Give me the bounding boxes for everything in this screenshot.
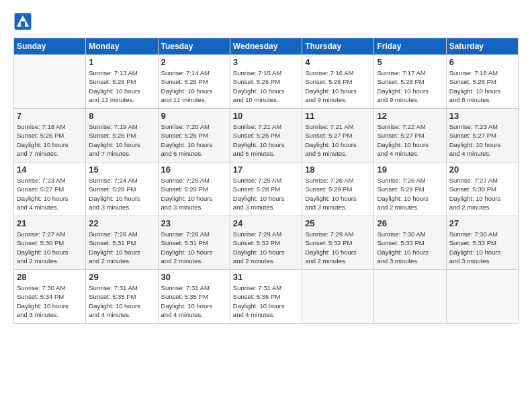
day-info: Sunrise: 7:18 AM Sunset: 5:26 PM Dayligh…: [449, 68, 515, 104]
day-cell: 13Sunrise: 7:23 AM Sunset: 5:27 PM Dayli…: [446, 109, 518, 163]
day-number: 23: [161, 218, 227, 228]
day-cell: 12Sunrise: 7:22 AM Sunset: 5:27 PM Dayli…: [374, 109, 446, 163]
day-cell: 30Sunrise: 7:31 AM Sunset: 5:35 PM Dayli…: [158, 270, 230, 324]
day-number: 2: [161, 57, 227, 67]
day-number: 7: [17, 111, 83, 121]
day-info: Sunrise: 7:25 AM Sunset: 5:28 PM Dayligh…: [233, 176, 299, 212]
day-cell: 25Sunrise: 7:29 AM Sunset: 5:32 PM Dayli…: [302, 216, 374, 270]
col-header-wednesday: Wednesday: [230, 38, 302, 55]
day-cell: [374, 270, 446, 324]
day-number: 16: [161, 165, 227, 175]
col-header-sunday: Sunday: [14, 38, 86, 55]
day-info: Sunrise: 7:24 AM Sunset: 5:28 PM Dayligh…: [89, 176, 154, 212]
day-cell: 15Sunrise: 7:24 AM Sunset: 5:28 PM Dayli…: [86, 163, 158, 216]
week-row-3: 14Sunrise: 7:23 AM Sunset: 5:27 PM Dayli…: [14, 163, 519, 216]
week-row-1: 1Sunrise: 7:13 AM Sunset: 5:26 PM Daylig…: [14, 55, 519, 109]
day-number: 25: [305, 218, 371, 228]
day-cell: 4Sunrise: 7:16 AM Sunset: 5:26 PM Daylig…: [302, 55, 374, 109]
logo: [13, 12, 35, 31]
col-header-friday: Friday: [374, 38, 446, 55]
day-info: Sunrise: 7:30 AM Sunset: 5:34 PM Dayligh…: [17, 283, 83, 319]
day-info: Sunrise: 7:27 AM Sunset: 5:30 PM Dayligh…: [449, 176, 515, 212]
day-number: 8: [89, 111, 154, 121]
day-number: 26: [377, 218, 443, 228]
day-cell: 29Sunrise: 7:31 AM Sunset: 5:35 PM Dayli…: [86, 270, 158, 324]
day-info: Sunrise: 7:29 AM Sunset: 5:32 PM Dayligh…: [233, 230, 299, 265]
logo-icon: [13, 12, 32, 31]
day-cell: 9Sunrise: 7:20 AM Sunset: 5:26 PM Daylig…: [158, 109, 230, 163]
day-info: Sunrise: 7:20 AM Sunset: 5:26 PM Dayligh…: [161, 122, 227, 158]
day-info: Sunrise: 7:28 AM Sunset: 5:31 PM Dayligh…: [161, 230, 227, 265]
day-number: 10: [233, 111, 299, 121]
header-row: SundayMondayTuesdayWednesdayThursdayFrid…: [14, 38, 519, 55]
day-info: Sunrise: 7:14 AM Sunset: 5:26 PM Dayligh…: [161, 68, 227, 104]
day-cell: 17Sunrise: 7:25 AM Sunset: 5:28 PM Dayli…: [230, 163, 302, 216]
day-cell: 27Sunrise: 7:30 AM Sunset: 5:33 PM Dayli…: [446, 216, 518, 270]
day-cell: 21Sunrise: 7:27 AM Sunset: 5:30 PM Dayli…: [14, 216, 86, 270]
day-info: Sunrise: 7:26 AM Sunset: 5:29 PM Dayligh…: [305, 176, 371, 212]
day-cell: 28Sunrise: 7:30 AM Sunset: 5:34 PM Dayli…: [14, 270, 86, 324]
svg-rect-2: [21, 21, 25, 27]
day-cell: 5Sunrise: 7:17 AM Sunset: 5:26 PM Daylig…: [374, 55, 446, 109]
day-info: Sunrise: 7:27 AM Sunset: 5:30 PM Dayligh…: [17, 230, 83, 265]
day-cell: 24Sunrise: 7:29 AM Sunset: 5:32 PM Dayli…: [230, 216, 302, 270]
day-cell: 8Sunrise: 7:19 AM Sunset: 5:26 PM Daylig…: [86, 109, 158, 163]
day-number: 30: [161, 272, 227, 282]
day-number: 1: [89, 57, 154, 67]
day-number: 14: [17, 165, 83, 175]
day-number: 24: [233, 218, 299, 228]
col-header-thursday: Thursday: [302, 38, 374, 55]
col-header-tuesday: Tuesday: [158, 38, 230, 55]
day-number: 3: [233, 57, 299, 67]
day-info: Sunrise: 7:13 AM Sunset: 5:26 PM Dayligh…: [89, 68, 154, 104]
day-cell: 16Sunrise: 7:25 AM Sunset: 5:28 PM Dayli…: [158, 163, 230, 216]
day-info: Sunrise: 7:31 AM Sunset: 5:36 PM Dayligh…: [233, 283, 299, 319]
day-number: 27: [449, 218, 515, 228]
day-info: Sunrise: 7:25 AM Sunset: 5:28 PM Dayligh…: [161, 176, 227, 212]
day-info: Sunrise: 7:23 AM Sunset: 5:27 PM Dayligh…: [17, 176, 83, 212]
day-info: Sunrise: 7:17 AM Sunset: 5:26 PM Dayligh…: [377, 68, 443, 104]
day-cell: [446, 270, 518, 324]
day-info: Sunrise: 7:22 AM Sunset: 5:27 PM Dayligh…: [377, 122, 443, 158]
day-cell: 26Sunrise: 7:30 AM Sunset: 5:33 PM Dayli…: [374, 216, 446, 270]
day-info: Sunrise: 7:30 AM Sunset: 5:33 PM Dayligh…: [377, 230, 443, 265]
day-number: 21: [17, 218, 83, 228]
day-cell: 11Sunrise: 7:21 AM Sunset: 5:27 PM Dayli…: [302, 109, 374, 163]
day-cell: 31Sunrise: 7:31 AM Sunset: 5:36 PM Dayli…: [230, 270, 302, 324]
day-number: 31: [233, 272, 299, 282]
day-number: 19: [377, 165, 443, 175]
calendar-table: SundayMondayTuesdayWednesdayThursdayFrid…: [13, 38, 519, 324]
day-cell: 22Sunrise: 7:28 AM Sunset: 5:31 PM Dayli…: [86, 216, 158, 270]
day-info: Sunrise: 7:26 AM Sunset: 5:29 PM Dayligh…: [377, 176, 443, 212]
day-cell: 23Sunrise: 7:28 AM Sunset: 5:31 PM Dayli…: [158, 216, 230, 270]
week-row-5: 28Sunrise: 7:30 AM Sunset: 5:34 PM Dayli…: [14, 270, 519, 324]
day-cell: 19Sunrise: 7:26 AM Sunset: 5:29 PM Dayli…: [374, 163, 446, 216]
day-cell: 3Sunrise: 7:15 AM Sunset: 5:26 PM Daylig…: [230, 55, 302, 109]
day-cell: 1Sunrise: 7:13 AM Sunset: 5:26 PM Daylig…: [86, 55, 158, 109]
day-number: 5: [377, 57, 443, 67]
day-number: 11: [305, 111, 371, 121]
day-info: Sunrise: 7:21 AM Sunset: 5:26 PM Dayligh…: [233, 122, 299, 158]
day-cell: 7Sunrise: 7:18 AM Sunset: 5:26 PM Daylig…: [14, 109, 86, 163]
day-info: Sunrise: 7:31 AM Sunset: 5:35 PM Dayligh…: [161, 283, 227, 319]
day-info: Sunrise: 7:18 AM Sunset: 5:26 PM Dayligh…: [17, 122, 83, 158]
day-info: Sunrise: 7:31 AM Sunset: 5:35 PM Dayligh…: [89, 283, 154, 319]
week-row-2: 7Sunrise: 7:18 AM Sunset: 5:26 PM Daylig…: [14, 109, 519, 163]
day-number: 4: [305, 57, 371, 67]
day-cell: 10Sunrise: 7:21 AM Sunset: 5:26 PM Dayli…: [230, 109, 302, 163]
header: [13, 12, 519, 31]
day-number: 22: [89, 218, 154, 228]
day-cell: 20Sunrise: 7:27 AM Sunset: 5:30 PM Dayli…: [446, 163, 518, 216]
day-info: Sunrise: 7:21 AM Sunset: 5:27 PM Dayligh…: [305, 122, 371, 158]
col-header-monday: Monday: [86, 38, 158, 55]
day-number: 13: [449, 111, 515, 121]
day-info: Sunrise: 7:15 AM Sunset: 5:26 PM Dayligh…: [233, 68, 299, 104]
day-info: Sunrise: 7:29 AM Sunset: 5:32 PM Dayligh…: [305, 230, 371, 265]
week-row-4: 21Sunrise: 7:27 AM Sunset: 5:30 PM Dayli…: [14, 216, 519, 270]
col-header-saturday: Saturday: [446, 38, 518, 55]
day-number: 12: [377, 111, 443, 121]
day-info: Sunrise: 7:23 AM Sunset: 5:27 PM Dayligh…: [449, 122, 515, 158]
day-info: Sunrise: 7:30 AM Sunset: 5:33 PM Dayligh…: [449, 230, 515, 265]
day-number: 15: [89, 165, 154, 175]
day-number: 17: [233, 165, 299, 175]
